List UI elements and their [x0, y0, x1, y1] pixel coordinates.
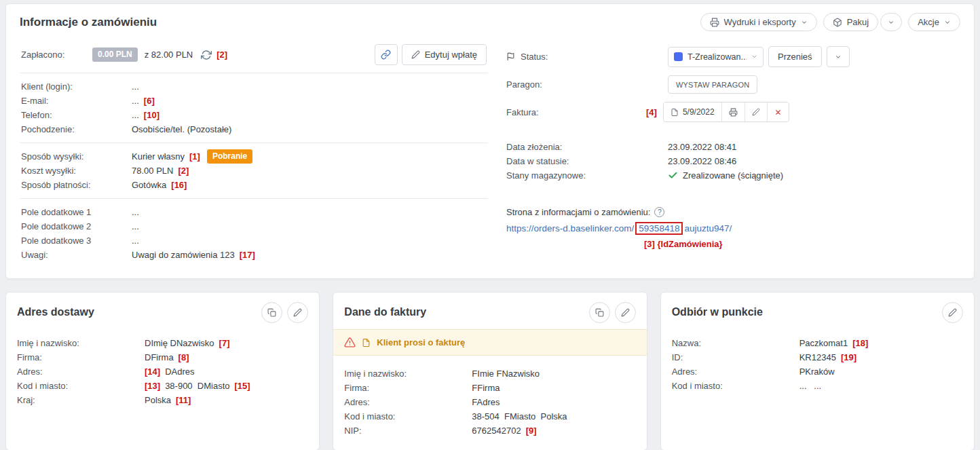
- row-value: DImię DNazwisko: [145, 336, 214, 350]
- chevron-down-icon: [944, 19, 951, 26]
- payment-link-button[interactable]: [375, 44, 398, 65]
- edit-delivery-address-button[interactable]: [287, 302, 308, 323]
- date-status-row: Data w statusie: 23.09.2022 08:46: [506, 154, 960, 168]
- stock-value: Zrealizowane (ściągnięte): [683, 168, 783, 183]
- invoice-request-text: Klient prosi o fakturę: [377, 337, 465, 348]
- row-label: Telefon:: [21, 108, 132, 122]
- move-status-dropdown-button[interactable]: [827, 46, 850, 67]
- move-status-button[interactable]: Przenieś: [768, 46, 822, 67]
- row-value: ... ...: [799, 379, 822, 393]
- row-ref: [2]: [178, 164, 189, 178]
- paid-label: Zapłacono:: [21, 50, 92, 60]
- delete-invoice-button[interactable]: [768, 102, 789, 121]
- edit-invoice-button[interactable]: [745, 102, 768, 121]
- row-label: Sposób płatności:: [21, 178, 132, 192]
- row-label: Koszt wysyłki:: [21, 164, 132, 178]
- row-value: ...: [132, 205, 139, 219]
- row-label: Adres:: [672, 364, 799, 379]
- row-value: ...: [132, 233, 139, 248]
- edit-pickup-point-button[interactable]: [942, 302, 963, 323]
- payment-actions: Edytuj wpłatę: [375, 44, 487, 65]
- invoice-row-name: Imię i nazwisko: FImie FNazwisko: [344, 367, 635, 381]
- document-icon: [362, 338, 371, 348]
- row-ref: [16]: [171, 178, 187, 192]
- order-page-link[interactable]: https://orders-d.baselinker.com/59358418…: [506, 223, 732, 233]
- invoice-data-card: Dane do faktury Klient prosi o fakturę: [333, 292, 647, 450]
- row-ref: [9]: [526, 424, 537, 438]
- row-label: Kod i miasto:: [17, 379, 145, 393]
- order-body: Zapłacono: 0.00 PLN z 82.00 PLN [2] Edyt…: [20, 42, 960, 262]
- row-ref: [19]: [841, 350, 856, 364]
- pack-button[interactable]: Pakuj: [823, 13, 879, 31]
- address-row-name: Imię i nazwisko: DImię DNazwisko[7]: [17, 336, 308, 350]
- row-ref: [15]: [235, 379, 250, 393]
- toolbar: Wydruki i eksporty Pakuj Akcje: [700, 13, 960, 31]
- actions-button[interactable]: Akcje: [908, 13, 960, 31]
- row-ref: [11]: [176, 393, 191, 407]
- copy-icon: [595, 308, 604, 317]
- row-value: Osobiście/tel. (Pozostałe): [132, 122, 231, 136]
- customer-info-section: Klient (login): ... E-mail: ... [6] Tele…: [20, 73, 488, 143]
- row-ref: [7]: [219, 336, 230, 350]
- help-icon[interactable]: ?: [654, 207, 664, 217]
- status-select[interactable]: T-Zrealizowan...: [668, 47, 764, 67]
- invoice-label: Faktura:: [506, 107, 646, 117]
- pickup-row-name: Nazwa: Paczkomat1[18]: [672, 336, 963, 350]
- row-value: 38-504 FMiasto Polska: [472, 409, 567, 424]
- row-label: Pole dodatkowe 3: [21, 233, 132, 248]
- copy-icon: [267, 308, 276, 317]
- chevron-down-icon: [751, 54, 757, 60]
- row-value: KR12345: [799, 350, 836, 364]
- invoice-card-title: Dane do faktury: [344, 306, 426, 318]
- pencil-icon: [293, 308, 302, 317]
- receipt-label: Paragon:: [506, 79, 668, 90]
- prints-exports-button[interactable]: Wydruki i eksporty: [700, 13, 817, 31]
- date-created-row: Data złożenia: 23.09.2022 08:41: [506, 140, 960, 154]
- payment-ref: [2]: [216, 50, 227, 60]
- refresh-payment-icon[interactable]: [201, 50, 212, 60]
- row-label: Sposób wysyłki:: [21, 149, 132, 164]
- edit-payment-button[interactable]: Edytuj wpłatę: [402, 44, 487, 65]
- row-label: Firma:: [344, 381, 472, 395]
- close-icon: [774, 109, 782, 116]
- delivery-address-card: Adres dostawy Imię i nazwisko: DImię DNa…: [5, 292, 320, 450]
- address-cards-row: Adres dostawy Imię i nazwisko: DImię DNa…: [5, 292, 975, 450]
- row-label: ID:: [672, 350, 799, 364]
- pack-dropdown-button[interactable]: [880, 13, 902, 31]
- invoice-ref: [4]: [646, 107, 657, 117]
- row-value: Kurier własny: [132, 149, 185, 164]
- row-ref: [14]: [145, 364, 160, 379]
- row-label: Stany magazynowe:: [506, 168, 668, 183]
- row-label: Klient (login):: [21, 79, 132, 94]
- order-header: Informacje o zamówieniu Wydruki i ekspor…: [20, 13, 960, 31]
- pickup-row-id: ID: KR12345[19]: [672, 350, 963, 364]
- copy-delivery-address-button[interactable]: [261, 302, 282, 323]
- issue-receipt-button[interactable]: WYSTAW PARAGON: [668, 75, 757, 94]
- copy-invoice-data-button[interactable]: [589, 302, 610, 323]
- row-label: Data złożenia:: [506, 140, 668, 154]
- info-row-payment-method: Sposób płatności: Gotówka [16]: [21, 178, 487, 192]
- order-page-url: https://orders-d.baselinker.com/59358418…: [506, 222, 960, 235]
- print-invoice-button[interactable]: [722, 102, 745, 121]
- page-title: Informacje o zamówieniu: [20, 16, 157, 29]
- chevron-down-icon: [835, 54, 842, 60]
- pickup-row-address: Adres: PKraków: [672, 364, 963, 379]
- payment-total: z 82.00 PLN: [145, 50, 193, 60]
- info-row-client: Klient (login): ...: [21, 79, 487, 94]
- row-value: FImie FNazwisko: [472, 367, 540, 381]
- row-value: ...: [132, 79, 139, 94]
- edit-invoice-data-button[interactable]: [615, 302, 636, 323]
- pencil-icon: [411, 50, 420, 59]
- row-value: Paczkomat1: [799, 336, 848, 350]
- row-ref: [17]: [240, 248, 255, 262]
- chevron-down-icon: [801, 19, 808, 26]
- edit-payment-label: Edytuj wpłatę: [425, 50, 477, 60]
- info-row-email: E-mail: ... [6]: [21, 94, 487, 108]
- package-icon: [833, 18, 842, 27]
- row-ref: [1]: [189, 149, 200, 164]
- invoice-number: 5/9/2022: [683, 107, 715, 117]
- info-row-origin: Pochodzenie: Osobiście/tel. (Pozostałe): [21, 122, 487, 136]
- row-label: Data w statusie:: [506, 154, 668, 168]
- printer-icon: [710, 18, 719, 27]
- invoice-number-button[interactable]: 5/9/2022: [664, 102, 722, 121]
